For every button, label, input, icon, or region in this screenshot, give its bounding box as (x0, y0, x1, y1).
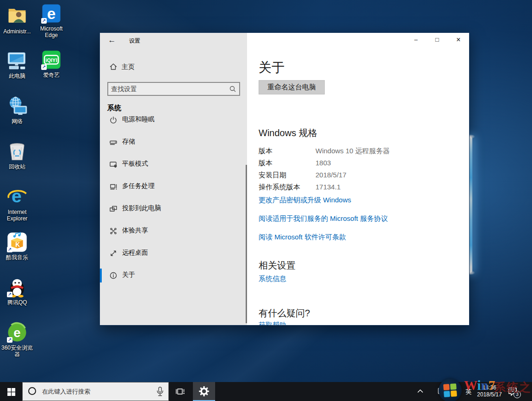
task-view-button[interactable] (169, 382, 191, 401)
shortcut-arrow-icon: ↗ (7, 247, 12, 252)
shortcut-arrow-icon: ↗ (7, 337, 12, 343)
shortcut-arrow-icon: ↗ (7, 292, 12, 297)
remote-desktop-icon (109, 249, 118, 259)
sidebar-item-power-sleep[interactable]: 电源和睡眠 (100, 116, 247, 131)
rename-pc-button[interactable]: 重命名这台电脑 (259, 80, 325, 94)
desktop-icon-label: 酷我音乐 (0, 254, 34, 261)
tray-network-icon[interactable] (437, 382, 449, 401)
edge-icon: e ↗ (41, 3, 62, 24)
storage-icon (109, 138, 118, 148)
settings-search-box[interactable] (107, 82, 240, 96)
spec-row-installed-on: 安装日期 2018/5/17 (259, 171, 458, 183)
close-button[interactable]: × (448, 33, 469, 48)
svg-text:e: e (12, 186, 22, 206)
network-status-icon (438, 388, 447, 396)
sidebar-item-shared-experiences[interactable]: 体验共享 (100, 220, 247, 242)
taskbar-search-box[interactable] (22, 382, 169, 401)
this-pc-icon (6, 50, 28, 71)
sidebar-item-tablet-mode[interactable]: 平板模式 (100, 153, 247, 175)
shortcut-arrow-icon: ↗ (41, 18, 47, 24)
speaker-icon (452, 388, 460, 395)
tray-show-hidden-icons[interactable] (415, 382, 426, 401)
svg-text:e: e (47, 5, 56, 22)
license-terms-link[interactable]: 阅读 Microsoft 软件许可条款 (259, 233, 346, 242)
spec-row-os-build: 操作系统版本 17134.1 (259, 183, 458, 195)
desktop-icon-label: 网络 (0, 118, 34, 125)
iqiyi-icon: iQIYI ↗ (41, 49, 62, 70)
shared-experiences-icon (109, 227, 118, 237)
sidebar-item-home[interactable]: 主页 (100, 61, 247, 74)
desktop-icon-network[interactable]: 网络 (0, 95, 34, 125)
desktop-icon-label: 此电脑 (0, 73, 34, 79)
clock-date: 2018/5/17 (473, 391, 506, 398)
task-view-icon (175, 388, 185, 396)
notification-count-badge: 3 (513, 391, 521, 398)
change-product-key-link[interactable]: 更改产品密钥或升级 Windows (259, 196, 351, 205)
desktop-icon-label: Administr... (0, 28, 34, 35)
settings-search-input[interactable] (111, 83, 227, 95)
internet-explorer-icon: e (6, 186, 28, 207)
clock-time: 14:36 (473, 384, 506, 391)
tray-clock[interactable]: 14:36 2018/5/17 (473, 384, 506, 398)
question-title: 有什么疑问? (259, 307, 310, 320)
360-browser-icon: e ↗ (6, 322, 28, 343)
maximize-button[interactable]: □ (427, 33, 448, 48)
desktop-icon-kuwo-music[interactable]: K ↗ 酷我音乐 (0, 232, 34, 261)
svg-text:e: e (13, 326, 20, 340)
sidebar-item-projecting[interactable]: 投影到此电脑 (100, 198, 247, 220)
sidebar-section-title: 系统 (107, 104, 121, 113)
qq-penguin-icon: ↗ (6, 276, 28, 298)
desktop-icon-label: 腾讯QQ (0, 299, 34, 306)
administrator-folder-icon (6, 6, 28, 27)
desktop-icon-360-browser[interactable]: e ↗ 360安全浏览器 (0, 322, 34, 357)
services-agreement-link[interactable]: 阅读适用于我们服务的 Microsoft 服务协议 (259, 214, 388, 223)
desktop-icon-microsoft-edge[interactable]: e ↗ Microsoft Edge (34, 3, 68, 38)
sidebar-item-multitasking[interactable]: 多任务处理 (100, 175, 247, 198)
sidebar-item-remote-desktop[interactable]: 远程桌面 (100, 242, 247, 264)
taskbar-search-input[interactable] (42, 382, 148, 400)
taskbar-settings-app-button[interactable] (193, 382, 215, 401)
search-icon (229, 85, 236, 94)
settings-sidebar: ← 设置 主页 系统 电源和睡眠 (100, 33, 247, 325)
settings-window: ← 设置 主页 系统 电源和睡眠 (99, 32, 470, 326)
start-button[interactable] (0, 382, 22, 401)
about-icon (109, 271, 118, 282)
chevron-up-icon (417, 389, 423, 393)
desktop-icon-label: 爱奇艺 (34, 72, 68, 78)
windows-logo-icon (7, 388, 15, 396)
desktop-icon-internet-explorer[interactable]: e Internet Explorer (0, 186, 34, 222)
windows-specs-title: Windows 规格 (259, 127, 317, 139)
projecting-icon (109, 205, 118, 215)
cortana-icon (28, 387, 36, 395)
kuwo-music-icon: K ↗ (6, 232, 28, 253)
minimize-button[interactable]: – (405, 33, 427, 48)
desktop-icon-label: Microsoft Edge (34, 25, 68, 38)
selected-indicator (100, 269, 102, 282)
system-info-link[interactable]: 系统信息 (259, 275, 286, 283)
desktop-icon-label: 360安全浏览器 (0, 345, 34, 357)
desktop-icon-recycle-bin[interactable]: 回收站 (0, 141, 34, 170)
back-button[interactable]: ← (105, 34, 119, 47)
get-help-link[interactable]: 获取帮助 (259, 321, 286, 326)
desktop-icon-label: Internet Explorer (0, 209, 34, 222)
home-icon (109, 63, 118, 73)
desktop-icon-iqiyi[interactable]: iQIYI ↗ 爱奇艺 (34, 49, 68, 78)
microphone-icon[interactable] (156, 387, 164, 399)
sidebar-item-about[interactable]: 关于 (100, 264, 247, 287)
desktop-icon-label: 回收站 (0, 163, 34, 170)
tablet-mode-icon (109, 160, 118, 170)
desktop: Administr... e ↗ Microsoft Edge 此电脑 iQIY… (0, 0, 532, 401)
page-title: 关于 (259, 59, 285, 76)
desktop-icon-this-pc[interactable]: 此电脑 (0, 50, 34, 79)
tray-volume-icon[interactable] (450, 382, 462, 401)
desktop-icon-tencent-qq[interactable]: ↗ 腾讯QQ (0, 276, 34, 306)
window-title: 设置 (129, 37, 140, 45)
spec-row-edition: 版本 Windows 10 远程服务器 (259, 147, 458, 159)
network-globe-icon (6, 95, 28, 117)
recycle-bin-icon (6, 141, 28, 162)
desktop-icon-administrator[interactable]: Administr... (0, 6, 34, 35)
svg-text:K: K (15, 241, 20, 248)
sidebar-item-storage[interactable]: 存储 (100, 131, 247, 153)
home-label: 主页 (122, 63, 135, 71)
svg-text:iQIYI: iQIYI (46, 57, 57, 63)
